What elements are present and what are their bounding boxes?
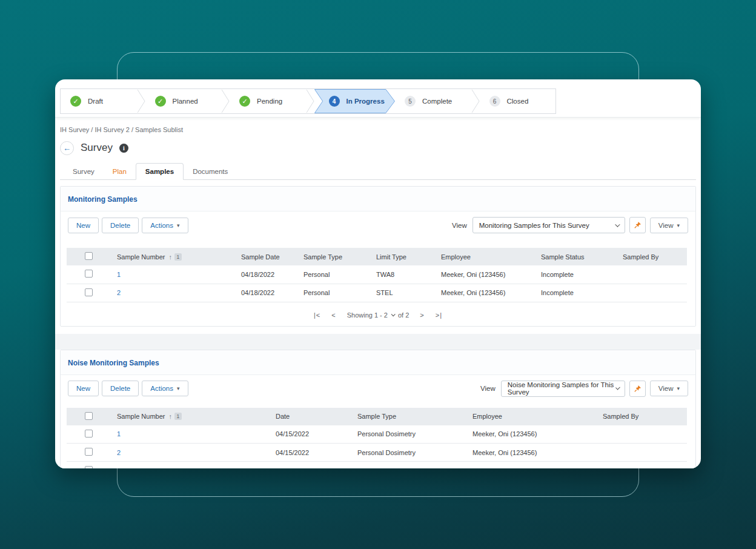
chevron-separator-icon (221, 89, 230, 113)
caret-down-icon: ▾ (677, 385, 680, 391)
row-checkbox[interactable] (85, 270, 93, 278)
table-row: 1 04/18/2022 Personal TWA8 Meeker, Oni (… (67, 265, 687, 284)
actions-button[interactable]: Actions ▾ (142, 218, 188, 233)
column-header-employee[interactable]: Employee (466, 408, 597, 425)
cell-employee (466, 462, 597, 469)
next-page-button[interactable]: > (420, 311, 424, 319)
table-row: 2 04/15/2022 Personal Dosimetry Meeker, … (67, 444, 687, 462)
view-menu-button[interactable]: View ▾ (650, 218, 688, 233)
delete-button[interactable]: Delete (102, 381, 139, 396)
view-select[interactable]: Monitoring Samples for This Survey (472, 217, 625, 233)
cell-sample-type: Personal Dosimetry (351, 444, 466, 462)
row-checkbox[interactable] (85, 466, 93, 468)
step-pending[interactable]: ✓ Pending (230, 89, 306, 113)
column-header-limit-type[interactable]: Limit Type (370, 248, 435, 265)
select-all-checkbox[interactable] (85, 252, 93, 260)
info-icon[interactable]: i (119, 144, 128, 153)
row-checkbox[interactable] (85, 448, 93, 456)
last-page-button[interactable]: >| (436, 311, 442, 319)
column-header-sampled-by[interactable]: Sampled By (597, 408, 687, 425)
actions-label: Actions (150, 385, 173, 392)
table-row: 1 04/15/2022 Personal Dosimetry Meeker, … (67, 425, 687, 444)
view-select[interactable]: Noise Monitoring Samples for This Survey (501, 381, 625, 397)
caret-down-icon: ▾ (677, 222, 680, 228)
delete-button[interactable]: Delete (102, 218, 139, 233)
cell-employee: Meeker, Oni (123456) (435, 284, 535, 302)
tab-documents[interactable]: Documents (184, 164, 237, 179)
cell-sample-date: 04/18/2022 (235, 284, 297, 302)
column-header-sample-status[interactable]: Sample Status (535, 248, 617, 265)
view-menu-button[interactable]: View ▾ (650, 381, 688, 396)
cell-employee: Meeker, Oni (123456) (466, 444, 597, 462)
noise-monitoring-samples-table: Sample Number↑1 Date Sample Type Employe… (67, 408, 687, 469)
workflow-stepper: ✓ Draft ✓ Planned ✓ Pending 4 In Progres… (60, 88, 556, 114)
tab-survey[interactable]: Survey (64, 164, 104, 179)
table-header-row: Sample Number↑1 Date Sample Type Employe… (67, 408, 687, 425)
column-header-sampled-by[interactable]: Sampled By (617, 248, 687, 265)
cell-limit-type: TWA8 (370, 265, 435, 284)
cell-sample-status: Incomplete (535, 284, 617, 302)
tab-plan[interactable]: Plan (104, 164, 136, 179)
back-button[interactable]: ← (60, 141, 74, 155)
panel-header: Noise Monitoring Samples (61, 350, 695, 375)
column-header-sample-number[interactable]: Sample Number↑1 (111, 248, 235, 265)
check-icon: ✓ (155, 96, 166, 107)
view-menu-label: View (658, 385, 674, 392)
step-label: In Progress (346, 98, 385, 105)
first-page-button[interactable]: |< (314, 311, 320, 319)
pagination: |< < Showing 1 - 2 of 2 > >| (61, 302, 695, 326)
sort-priority-badge: 1 (174, 413, 182, 420)
actions-button[interactable]: Actions ▾ (142, 381, 188, 396)
column-header-sample-number[interactable]: Sample Number↑1 (111, 408, 270, 425)
pushpin-icon (634, 385, 642, 393)
chevron-down-icon (615, 222, 620, 227)
cell-sample-type: Area Dosimetry (351, 462, 466, 469)
sample-number-link[interactable]: 2 (117, 449, 121, 456)
check-icon: ✓ (239, 96, 250, 107)
table-header-row: Sample Number↑1 Sample Date Sample Type … (67, 248, 687, 265)
new-button[interactable]: New (68, 381, 99, 396)
noise-toolbar: New Delete Actions ▾ View Noise Monitori… (61, 375, 695, 397)
monitoring-toolbar: New Delete Actions ▾ View Monitoring Sam… (61, 211, 695, 233)
step-draft[interactable]: ✓ Draft (61, 89, 137, 113)
row-checkbox[interactable] (85, 430, 93, 438)
column-header-sample-type[interactable]: Sample Type (297, 248, 370, 265)
step-complete[interactable]: 5 Complete (395, 89, 471, 113)
chevron-down-icon (391, 312, 396, 316)
cell-date: 04/15/2022 (270, 425, 351, 444)
step-planned[interactable]: ✓ Planned (145, 89, 222, 113)
sample-number-link[interactable]: 1 (117, 430, 121, 438)
row-checkbox[interactable] (85, 288, 93, 296)
monitoring-samples-table: Sample Number↑1 Sample Date Sample Type … (67, 248, 687, 302)
column-header-employee[interactable]: Employee (435, 248, 535, 265)
previous-page-button[interactable]: < (331, 311, 336, 319)
section-title: Noise Monitoring Samples (68, 359, 159, 367)
survey-window: ✓ Draft ✓ Planned ✓ Pending 4 In Progres… (55, 79, 701, 468)
showing-range-dropdown[interactable]: Showing 1 - 2 of 2 (347, 311, 409, 319)
section-title: Monitoring Samples (68, 195, 138, 204)
column-header-date[interactable]: Date (270, 408, 351, 425)
sample-number-link[interactable]: 2 (117, 289, 121, 296)
cell-limit-type: STEL (370, 284, 435, 302)
step-closed[interactable]: 6 Closed (480, 89, 556, 113)
cell-employee: Meeker, Oni (123456) (435, 265, 535, 284)
column-header-sample-type[interactable]: Sample Type (351, 408, 466, 425)
cell-sample-type: Personal (297, 284, 370, 302)
sample-number-link[interactable]: 1 (117, 271, 121, 278)
cell-date: 04/15/2022 (270, 462, 351, 469)
new-button[interactable]: New (68, 218, 99, 233)
cell-sample-status: Incomplete (535, 265, 617, 284)
pin-view-button[interactable] (629, 217, 646, 233)
tab-samples[interactable]: Samples (136, 163, 184, 180)
chevron-down-icon (615, 385, 620, 390)
column-header-sample-date[interactable]: Sample Date (235, 248, 297, 265)
caret-down-icon: ▾ (177, 222, 180, 228)
pin-view-button[interactable] (629, 381, 646, 397)
sample-number-link[interactable]: 3 (117, 467, 121, 469)
table-row: 2 04/18/2022 Personal STEL Meeker, Oni (… (67, 284, 687, 302)
pushpin-icon (634, 221, 642, 229)
cell-sampled-by (597, 444, 687, 462)
step-in-progress[interactable]: 4 In Progress (314, 89, 396, 113)
step-label: Complete (422, 98, 452, 105)
select-all-checkbox[interactable] (85, 412, 93, 420)
